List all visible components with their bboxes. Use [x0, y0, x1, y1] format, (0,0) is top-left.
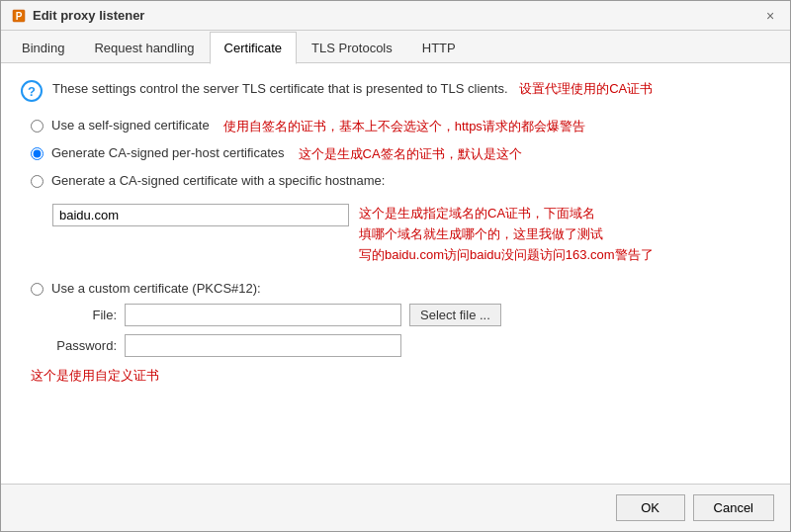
radio-group: Use a self-signed certificate 使用自签名的证书，基…: [31, 118, 770, 357]
cancel-button[interactable]: Cancel: [693, 494, 774, 521]
radio-self-signed-annotation: 使用自签名的证书，基本上不会选这个，https请求的都会爆警告: [223, 118, 585, 135]
custom-cert-annotation: 这个是使用自定义证书: [31, 367, 770, 385]
radio-self-signed-label[interactable]: Use a self-signed certificate 使用自签名的证书，基…: [51, 118, 585, 135]
tab-request-handling[interactable]: Request handling: [79, 32, 209, 64]
select-file-button[interactable]: Select file ...: [409, 304, 501, 326]
password-row: Password:: [52, 334, 770, 357]
radio-ca-specific[interactable]: [31, 175, 44, 188]
password-input[interactable]: [125, 334, 401, 357]
close-button[interactable]: ×: [760, 6, 780, 26]
ok-button[interactable]: OK: [616, 494, 685, 521]
info-annotation: 设置代理使用的CA证书: [519, 81, 653, 96]
radio-ca-specific-text: Generate a CA-signed certificate with a …: [51, 173, 385, 188]
custom-cert-section: Use a custom certificate (PKCS#12): File…: [31, 281, 770, 357]
radio-item-ca-specific: Generate a CA-signed certificate with a …: [31, 173, 770, 188]
tab-tls-protocols[interactable]: TLS Protocols: [297, 32, 407, 64]
dialog: P Edit proxy listener × Binding Request …: [0, 0, 791, 532]
radio-item-ca-per-host: Generate CA-signed per-host certificates…: [31, 145, 770, 163]
radio-self-signed-text: Use a self-signed certificate: [51, 118, 210, 133]
file-label: File:: [52, 308, 117, 322]
file-row: File: Select file ...: [52, 304, 770, 326]
info-text-container: These settings control the server TLS ce…: [52, 79, 653, 99]
radio-custom-cert-label[interactable]: Use a custom certificate (PKCS#12):: [51, 281, 261, 296]
title-bar: P Edit proxy listener ×: [1, 1, 790, 31]
proxy-icon: P: [11, 8, 27, 24]
radio-item-self-signed: Use a self-signed certificate 使用自签名的证书，基…: [31, 118, 770, 135]
radio-ca-per-host[interactable]: [31, 147, 44, 160]
radio-ca-per-host-text: Generate CA-signed per-host certificates: [51, 145, 285, 160]
radio-ca-per-host-annotation: 这个是生成CA签名的证书，默认是这个: [299, 145, 522, 163]
svg-text:P: P: [16, 11, 23, 22]
info-text: These settings control the server TLS ce…: [52, 81, 508, 96]
footer: OK Cancel: [1, 484, 790, 531]
hostname-annotation-line1: 这个是生成指定域名的CA证书，下面域名: [359, 204, 654, 224]
file-input[interactable]: [125, 304, 401, 326]
radio-item-custom: Use a custom certificate (PKCS#12):: [31, 281, 770, 296]
radio-ca-per-host-label[interactable]: Generate CA-signed per-host certificates…: [51, 145, 522, 163]
hostname-input[interactable]: [52, 204, 349, 226]
tab-http[interactable]: HTTP: [407, 32, 471, 64]
password-label: Password:: [52, 338, 117, 353]
tab-binding[interactable]: Binding: [7, 32, 79, 64]
radio-ca-specific-label[interactable]: Generate a CA-signed certificate with a …: [51, 173, 385, 188]
tab-certificate[interactable]: Certificate: [210, 32, 298, 64]
info-icon: ?: [21, 80, 43, 102]
hostname-annotation: 这个是生成指定域名的CA证书，下面域名 填哪个域名就生成哪个的，这里我做了测试 …: [359, 204, 654, 265]
radio-self-signed[interactable]: [31, 120, 44, 133]
content-area: ? These settings control the server TLS …: [1, 63, 790, 484]
info-row: ? These settings control the server TLS …: [21, 79, 770, 102]
hostname-annotation-line3: 写的baidu.com访问baidu没问题访问163.com警告了: [359, 245, 654, 266]
title-bar-left: P Edit proxy listener: [11, 8, 144, 24]
hostname-section: 这个是生成指定域名的CA证书，下面域名 填哪个域名就生成哪个的，这里我做了测试 …: [52, 204, 770, 265]
radio-custom-cert-text: Use a custom certificate (PKCS#12):: [51, 281, 261, 296]
dialog-title: Edit proxy listener: [33, 8, 144, 23]
tab-bar: Binding Request handling Certificate TLS…: [1, 31, 790, 63]
radio-custom-cert[interactable]: [31, 283, 44, 296]
hostname-annotation-line2: 填哪个域名就生成哪个的，这里我做了测试: [359, 224, 654, 245]
